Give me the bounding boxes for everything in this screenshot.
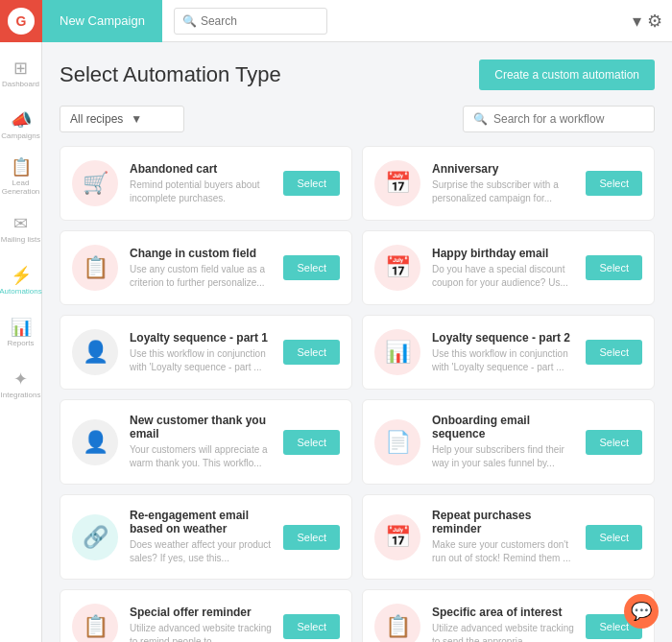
- filter-row: All recipes ▼ 🔍: [60, 106, 655, 132]
- chat-bubble[interactable]: 💬: [624, 594, 659, 629]
- automation-card-change-custom-field: 📋 Change in custom field Use any custom …: [60, 230, 352, 305]
- filter-label: All recipes: [70, 112, 123, 126]
- card-title-change-custom-field: Change in custom field: [130, 247, 272, 260]
- card-content-loyalty-part2: Loyalty sequence - part 2 Use this workf…: [432, 331, 574, 374]
- card-content-onboarding-email: Onboarding email sequence Help your subs…: [432, 414, 574, 470]
- card-content-special-offer: Special offer reminder Utilize advanced …: [130, 606, 272, 643]
- card-title-loyalty-part1: Loyalty sequence - part 1: [130, 331, 272, 345]
- select-button-anniversary[interactable]: Select: [586, 171, 642, 196]
- main-content: Select Automation Type Create a custom a…: [42, 42, 672, 642]
- lead-gen-icon: 📋: [11, 158, 32, 178]
- sidebar: ⊞ Dashboard 📣 Campaigns 📋 Lead Generatio…: [0, 42, 42, 642]
- select-button-change-custom-field[interactable]: Select: [283, 255, 340, 280]
- card-content-abandoned-cart: Abandoned cart Remind potential buyers a…: [130, 162, 272, 205]
- campaigns-icon: 📣: [11, 111, 32, 131]
- card-desc-special-offer: Utilize advanced website tracking to rem…: [130, 622, 272, 643]
- card-icon-anniversary: 📅: [374, 160, 420, 206]
- card-desc-change-custom-field: Use any custom field value as a criterio…: [130, 263, 272, 290]
- automation-card-special-offer: 📋 Special offer reminder Utilize advance…: [60, 589, 352, 642]
- card-desc-loyalty-part1: Use this workflow in conjunction with 'L…: [130, 347, 272, 374]
- select-button-happy-birthday[interactable]: Select: [586, 255, 642, 280]
- select-button-abandoned-cart[interactable]: Select: [283, 171, 340, 196]
- automation-card-happy-birthday: 📅 Happy birthday email Do you have a spe…: [362, 230, 655, 305]
- automation-card-reengagement-weather: 🔗 Re-engagement email based on weather D…: [60, 494, 352, 580]
- automation-card-repeat-purchases: 📅 Repeat purchases reminder Make sure yo…: [362, 494, 655, 580]
- automation-card-loyalty-part2: 📊 Loyalty sequence - part 2 Use this wor…: [362, 315, 655, 390]
- card-desc-specific-area: Utilize advanced website tracking to sen…: [432, 622, 574, 643]
- card-title-onboarding-email: Onboarding email sequence: [432, 414, 574, 440]
- sidebar-item-reports[interactable]: 📊 Reports: [0, 309, 42, 357]
- topbar-search[interactable]: 🔍: [174, 8, 327, 35]
- card-desc-happy-birthday: Do you have a special discount coupon fo…: [432, 263, 574, 290]
- logo-inner: G: [8, 8, 35, 35]
- select-button-loyalty-part1[interactable]: Select: [283, 340, 340, 365]
- dropdown-button[interactable]: ▾: [633, 11, 641, 32]
- card-title-loyalty-part2: Loyalty sequence - part 2: [432, 331, 574, 345]
- search-icon: 🔍: [182, 14, 197, 28]
- automation-card-specific-area: 📋 Specific area of interest Utilize adva…: [362, 589, 655, 642]
- automation-card-onboarding-email: 📄 Onboarding email sequence Help your su…: [362, 399, 655, 485]
- topbar-search-input[interactable]: [201, 14, 325, 28]
- card-icon-new-customer-thank-you: 👤: [72, 419, 118, 465]
- sidebar-item-dashboard[interactable]: ⊞ Dashboard: [0, 50, 42, 98]
- select-button-reengagement-weather[interactable]: Select: [283, 525, 340, 550]
- card-icon-special-offer: 📋: [72, 604, 118, 642]
- card-desc-new-customer-thank-you: Your customers will appreciate a warm th…: [130, 443, 272, 470]
- card-content-reengagement-weather: Re-engagement email based on weather Doe…: [130, 509, 272, 565]
- card-title-anniversary: Anniversary: [432, 162, 574, 176]
- card-title-happy-birthday: Happy birthday email: [432, 247, 574, 260]
- card-content-repeat-purchases: Repeat purchases reminder Make sure your…: [432, 509, 574, 565]
- card-icon-change-custom-field: 📋: [72, 245, 118, 291]
- card-title-specific-area: Specific area of interest: [432, 606, 574, 619]
- integrations-icon: ✦: [13, 370, 28, 390]
- filter-arrow-icon: ▼: [131, 112, 142, 126]
- automation-card-loyalty-part1: 👤 Loyalty sequence - part 1 Use this wor…: [60, 315, 352, 390]
- automation-card-anniversary: 📅 Anniversary Surprise the subscriber wi…: [362, 146, 655, 221]
- card-title-abandoned-cart: Abandoned cart: [130, 162, 272, 176]
- card-desc-reengagement-weather: Does weather affect your product sales? …: [130, 538, 272, 565]
- select-button-repeat-purchases[interactable]: Select: [586, 525, 642, 550]
- card-title-repeat-purchases: Repeat purchases reminder: [432, 509, 574, 535]
- select-button-loyalty-part2[interactable]: Select: [586, 340, 642, 365]
- select-button-new-customer-thank-you[interactable]: Select: [283, 430, 340, 455]
- automation-grid: 🛒 Abandoned cart Remind potential buyers…: [60, 146, 655, 642]
- select-button-special-offer[interactable]: Select: [283, 614, 340, 639]
- card-content-loyalty-part1: Loyalty sequence - part 1 Use this workf…: [130, 331, 272, 374]
- card-desc-onboarding-email: Help your subscribers find their way in …: [432, 443, 574, 470]
- sidebar-item-mailing[interactable]: ✉ Mailing lists: [0, 205, 42, 253]
- card-desc-repeat-purchases: Make sure your customers don't run out o…: [432, 538, 574, 565]
- card-content-new-customer-thank-you: New customer thank you email Your custom…: [130, 414, 272, 470]
- sidebar-item-lead-gen[interactable]: 📋 Lead Generation: [0, 154, 42, 202]
- workflow-search-icon: 🔍: [473, 112, 488, 126]
- sidebar-item-integrations[interactable]: ✦ Integrations: [0, 361, 42, 409]
- card-icon-specific-area: 📋: [374, 604, 420, 642]
- card-title-special-offer: Special offer reminder: [130, 606, 272, 619]
- card-title-reengagement-weather: Re-engagement email based on weather: [130, 509, 272, 535]
- topbar-right: ▾ ⚙: [633, 11, 672, 32]
- card-icon-reengagement-weather: 🔗: [72, 514, 118, 560]
- sidebar-item-automations[interactable]: ⚡ Automations: [0, 257, 42, 305]
- logo: G: [0, 0, 42, 42]
- card-content-anniversary: Anniversary Surprise the subscriber with…: [432, 162, 574, 205]
- page-header: Select Automation Type Create a custom a…: [60, 59, 655, 90]
- new-campaign-button[interactable]: New Campaign: [42, 0, 162, 42]
- card-desc-anniversary: Surprise the subscriber with a personali…: [432, 178, 574, 205]
- settings-button[interactable]: ⚙: [647, 11, 662, 32]
- card-icon-onboarding-email: 📄: [374, 419, 420, 465]
- card-desc-abandoned-cart: Remind potential buyers about incomplete…: [130, 178, 272, 205]
- workflow-search-input[interactable]: [493, 112, 644, 126]
- card-content-change-custom-field: Change in custom field Use any custom fi…: [130, 247, 272, 290]
- mailing-icon: ✉: [13, 215, 28, 234]
- reports-icon: 📊: [11, 319, 32, 338]
- recipe-filter-dropdown[interactable]: All recipes ▼: [60, 106, 184, 132]
- card-icon-loyalty-part1: 👤: [72, 329, 118, 375]
- create-custom-automation-button[interactable]: Create a custom automation: [479, 59, 655, 90]
- card-content-specific-area: Specific area of interest Utilize advanc…: [432, 606, 574, 643]
- card-icon-loyalty-part2: 📊: [374, 329, 420, 375]
- card-content-happy-birthday: Happy birthday email Do you have a speci…: [432, 247, 574, 290]
- select-button-onboarding-email[interactable]: Select: [586, 430, 642, 455]
- workflow-search-box[interactable]: 🔍: [463, 106, 655, 132]
- sidebar-item-campaigns[interactable]: 📣 Campaigns: [0, 102, 42, 150]
- automations-icon: ⚡: [11, 267, 32, 286]
- automation-card-new-customer-thank-you: 👤 New customer thank you email Your cust…: [60, 399, 352, 485]
